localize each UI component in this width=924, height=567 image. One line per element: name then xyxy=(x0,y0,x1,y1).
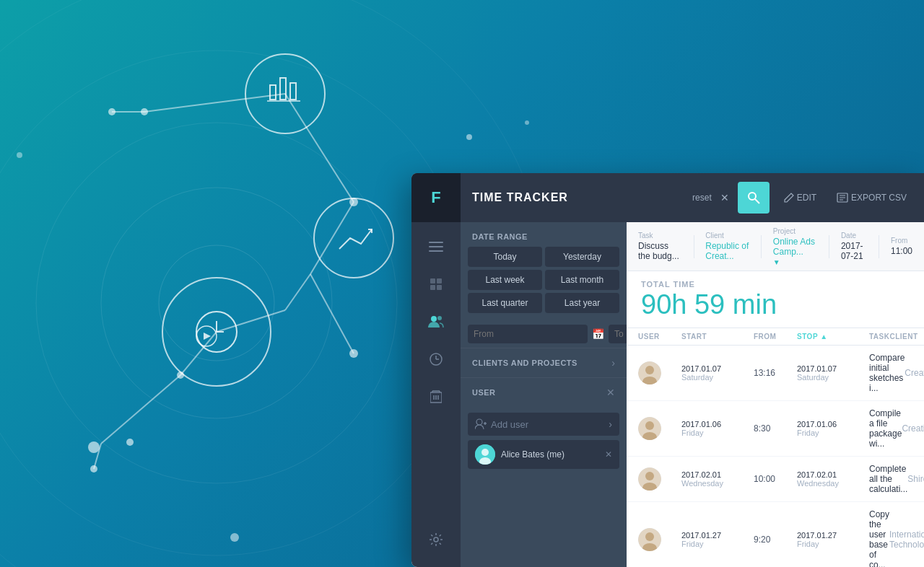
filter-project-label: Project xyxy=(773,227,817,235)
user-alice-item: Alice Bates (me) ✕ xyxy=(468,440,619,469)
sidebar-icon-users[interactable] xyxy=(411,303,461,340)
td-client: Creative T... xyxy=(905,368,924,378)
filter-task-col: Task Discuss the budg... xyxy=(638,232,682,261)
svg-rect-42 xyxy=(430,278,435,284)
clients-projects-label: CLIENTS AND PROJECTS xyxy=(472,359,611,367)
filter-client-value: Republic of Creat... xyxy=(705,241,749,261)
td-stop: 2017.01.07 Saturday xyxy=(797,364,869,382)
last-week-button[interactable]: Last week xyxy=(468,270,542,290)
td-start: 2017.02.01 Wednesday xyxy=(681,470,754,488)
total-time-label: TOTAL TIME xyxy=(641,280,910,289)
search-button[interactable] xyxy=(738,182,770,214)
last-quarter-button[interactable]: Last quarter xyxy=(468,293,542,313)
last-month-button[interactable]: Last month xyxy=(545,270,619,290)
td-start: 2017.01.06 Friday xyxy=(681,420,754,437)
user-label: USER xyxy=(472,388,606,397)
sidebar-icon-menu[interactable] xyxy=(411,228,461,265)
col-stop[interactable]: STOP ▲ xyxy=(797,333,869,340)
svg-line-60 xyxy=(755,199,759,203)
total-time-section: TOTAL TIME 90h 59 min xyxy=(627,271,924,328)
clients-projects-section: CLIENTS AND PROJECTS › xyxy=(461,348,627,377)
col-start: START xyxy=(681,333,754,340)
time-entries-table: USER START FROM STOP ▲ TASK CLIENT 2017.… xyxy=(627,328,924,567)
table-row[interactable]: 2017.01.06 Friday 8:30 2017.01.06 Friday… xyxy=(627,401,924,457)
col-task: TASK xyxy=(869,333,889,340)
sidebar-icon-trash[interactable] xyxy=(411,378,461,416)
filter-panel: DATE RANGE Today Yesterday Last week Las… xyxy=(461,222,627,567)
svg-point-59 xyxy=(749,193,756,200)
svg-rect-39 xyxy=(429,242,443,243)
yesterday-button[interactable]: Yesterday xyxy=(545,247,619,267)
sidebar: F xyxy=(411,173,461,567)
td-client: Internation... Technolo... xyxy=(889,529,924,550)
td-task: Copy the user base of co... xyxy=(869,509,889,567)
table-body: 2017.01.07 Saturday 13:16 2017.01.07 Sat… xyxy=(627,346,924,567)
toolbar: TIME TRACKER reset ✕ EDIT EXPORT CSV xyxy=(461,173,924,222)
sidebar-icon-time[interactable] xyxy=(411,340,461,378)
user-alice-name: Alice Bates (me) xyxy=(501,449,599,460)
user-section-close-icon[interactable]: ✕ xyxy=(606,387,615,398)
filter-date-value: 2017-07-21 xyxy=(841,241,867,261)
filter-from-value: 11:00 xyxy=(891,246,912,256)
date-shortcuts: Today Yesterday Last week Last month Las… xyxy=(461,247,627,320)
app-panel: F TIME TRACKER reset ✕ xyxy=(411,173,924,567)
svg-rect-43 xyxy=(437,278,442,284)
filter-client-col: Client Republic of Creat... xyxy=(705,232,749,261)
user-section-row: USER ✕ xyxy=(461,377,627,407)
table-row[interactable]: 2017.01.07 Saturday 13:16 2017.01.07 Sat… xyxy=(627,346,924,401)
svg-rect-40 xyxy=(429,246,443,247)
user-remove-icon[interactable]: ✕ xyxy=(605,449,612,460)
from-calendar-icon[interactable]: 📅 xyxy=(592,328,604,340)
td-task: Compile a file package wi... xyxy=(869,408,902,449)
add-user-arrow-icon[interactable]: › xyxy=(609,418,612,430)
filter-from-label: From xyxy=(891,237,912,245)
app-logo: F xyxy=(411,173,461,222)
td-task: Compare initial sketches i... xyxy=(869,353,905,393)
svg-point-58 xyxy=(434,537,438,542)
td-user xyxy=(638,467,681,491)
svg-rect-45 xyxy=(437,285,442,290)
td-client: Shire Sch... xyxy=(907,474,924,484)
row-avatar xyxy=(638,417,661,440)
svg-point-47 xyxy=(437,316,442,320)
add-user-placeholder: Add user xyxy=(491,419,609,430)
svg-point-65 xyxy=(476,419,482,425)
from-date-row: 📅 📅 xyxy=(461,320,627,348)
filter-task-label: Task xyxy=(638,232,682,239)
td-from: 9:20 xyxy=(754,535,797,545)
data-panel: Task Discuss the budg... Client Republic… xyxy=(627,222,924,567)
filter-date-label: Date xyxy=(841,232,867,239)
td-stop: 2017.02.01 Wednesday xyxy=(797,470,869,488)
export-csv-button[interactable]: EXPORT CSV xyxy=(831,190,912,206)
last-year-button[interactable]: Last year xyxy=(545,293,619,313)
user-alice-avatar xyxy=(475,444,495,465)
td-from: 13:16 xyxy=(754,368,797,378)
date-range-label: DATE RANGE xyxy=(461,222,627,247)
svg-point-81 xyxy=(645,532,654,541)
filter-from-col: From 11:00 xyxy=(891,237,912,256)
row-avatar xyxy=(638,467,661,491)
svg-point-75 xyxy=(645,421,654,430)
svg-point-72 xyxy=(645,366,654,374)
clients-projects-arrow-icon[interactable]: › xyxy=(611,357,615,369)
sidebar-icon-settings[interactable] xyxy=(411,521,461,558)
table-row[interactable]: 2017.01.27 Friday 9:20 2017.01.27 Friday… xyxy=(627,502,924,567)
filter-date-col: Date 2017-07-21 xyxy=(841,232,867,261)
sidebar-icon-dashboard[interactable] xyxy=(411,265,461,303)
td-user xyxy=(638,361,681,384)
from-date-input[interactable] xyxy=(468,325,588,343)
td-from: 10:00 xyxy=(754,474,797,484)
col-from: FROM xyxy=(754,333,797,340)
reset-label[interactable]: reset xyxy=(692,193,712,203)
td-task: Complete all the calculati... xyxy=(869,464,907,494)
table-row[interactable]: 2017.02.01 Wednesday 10:00 2017.02.01 We… xyxy=(627,457,924,502)
close-filter-icon[interactable]: ✕ xyxy=(720,192,729,203)
td-stop: 2017.01.27 Friday xyxy=(797,531,869,548)
filter-project-dropdown-icon[interactable]: ▼ xyxy=(773,258,817,266)
row-avatar xyxy=(638,528,661,551)
today-button[interactable]: Today xyxy=(468,247,542,267)
td-user xyxy=(638,528,681,551)
to-date-input[interactable] xyxy=(609,325,627,343)
add-user-row[interactable]: Add user › xyxy=(468,413,619,436)
edit-button[interactable]: EDIT xyxy=(778,190,822,206)
